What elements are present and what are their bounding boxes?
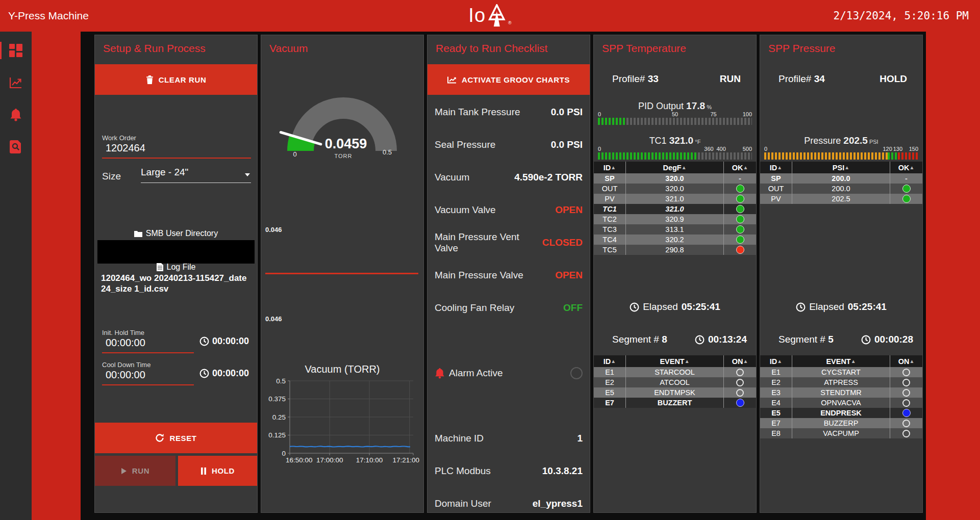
panel-setup-run: Setup & Run Process CLEAR RUN Work Order…: [94, 35, 258, 513]
trend-icon: [9, 76, 22, 89]
row-status: [723, 184, 756, 194]
cool-down-field[interactable]: Cool Down Time 00:00:00: [102, 361, 194, 385]
sort-asc-icon[interactable]: ▲: [851, 358, 856, 364]
header-cell: EVENT▲: [792, 355, 890, 367]
cool-down-label: Cool Down Time: [102, 361, 194, 369]
led-zone: [764, 152, 888, 160]
cool-down-timer: 00:00:00: [199, 368, 249, 379]
sort-asc-icon[interactable]: ▲: [743, 165, 748, 170]
sidebar: [0, 32, 32, 520]
row-status: [890, 367, 922, 377]
row-status: [723, 235, 756, 245]
sort-asc-icon[interactable]: ▲: [909, 358, 914, 364]
panel-title: Vacuum: [269, 42, 308, 55]
sidebar-item-dashboard[interactable]: [8, 43, 23, 58]
activate-groov-charts-button[interactable]: ACTIVATE GROOV CHARTS: [428, 64, 590, 95]
sidebar-item-trends[interactable]: [8, 75, 23, 90]
checklist-label: Main Tank Pressure: [435, 107, 520, 118]
header-cell: PSI▲: [792, 162, 890, 173]
log-file-name: 1202464_wo 20240213-115427_date 24_size …: [101, 273, 250, 294]
row-status: [723, 224, 756, 235]
row-id: E2: [594, 377, 625, 387]
header-label: PSI: [833, 164, 844, 172]
work-order-field[interactable]: Work Order 1202464: [102, 134, 251, 159]
table-header: ID▲PSI▲OK▲: [760, 162, 922, 173]
sort-asc-icon[interactable]: ▲: [743, 358, 748, 364]
checklist-row: Vacuum ValveOPEN: [435, 203, 583, 217]
clock-icon: [861, 335, 871, 345]
bar-label: TC1: [649, 136, 669, 146]
header-label: OK: [898, 164, 910, 172]
led-bar: [598, 118, 752, 125]
sidebar-item-alarms[interactable]: [8, 107, 23, 122]
activate-groov-charts-label: ACTIVATE GROOV CHARTS: [462, 75, 570, 84]
svg-text:0.125: 0.125: [268, 431, 286, 439]
bar-unit: PSI: [868, 139, 878, 145]
temperature-event-table: ID▲EVENT▲ON▲E1STARCOOLE2ATCOOLE5ENDTMPSK…: [594, 355, 756, 408]
row-status: [890, 387, 922, 398]
row-status: [723, 214, 756, 224]
run-button[interactable]: RUN: [95, 456, 175, 486]
sort-asc-icon[interactable]: ▲: [844, 165, 849, 170]
init-hold-timer: 00:00:00: [199, 336, 249, 347]
row-status: [723, 398, 756, 408]
row-status: [890, 408, 922, 418]
sort-asc-icon[interactable]: ▲: [611, 165, 616, 170]
table-header: ID▲EVENT▲ON▲: [760, 355, 922, 367]
segment-timer: 00:13:24: [695, 334, 747, 345]
row-status: [723, 245, 756, 255]
profile-label: Profile#: [778, 73, 811, 84]
row-value: 320.2: [625, 235, 723, 245]
status-dot: [736, 246, 744, 254]
row-value: VACPUMP: [792, 428, 890, 438]
sort-asc-icon[interactable]: ▲: [685, 358, 690, 364]
clear-run-button[interactable]: CLEAR RUN: [95, 64, 257, 95]
pressure-table: ID▲PSI▲OK▲SP200.0-OUT200.0PV202.5: [760, 162, 922, 204]
size-dropdown[interactable]: Large - 24": [141, 167, 251, 183]
sort-asc-icon[interactable]: ▲: [682, 165, 687, 170]
sort-asc-icon[interactable]: ▲: [777, 165, 782, 170]
smb-file-list[interactable]: [97, 240, 255, 264]
clock-icon: [695, 335, 705, 345]
row-value: 320.0: [625, 173, 723, 184]
folder-icon: [134, 230, 142, 237]
row-status: -: [890, 173, 922, 184]
clock-icon: [199, 336, 209, 346]
init-hold-field[interactable]: Init. Hold Time 00:00:00: [102, 329, 194, 353]
sort-asc-icon[interactable]: ▲: [611, 358, 616, 364]
row-id: E5: [594, 387, 625, 398]
segment-time-value: 00:13:24: [708, 334, 747, 345]
hold-button[interactable]: HOLD: [178, 456, 257, 486]
bar-tick: 0: [598, 111, 601, 117]
status-dot: [902, 420, 910, 427]
size-label: Size: [102, 171, 121, 182]
led-zone: [888, 152, 898, 160]
sidebar-item-log-viewer[interactable]: [8, 139, 23, 154]
checklist-label: Machine ID: [435, 433, 484, 444]
cool-down-value: 00:00:00: [102, 369, 194, 381]
checklist-value: 1: [577, 433, 583, 444]
led-fill: [598, 152, 697, 160]
row-status: [890, 398, 922, 408]
checklist-label: Main Pressure Valve: [435, 270, 523, 281]
bar-tick: 150: [909, 146, 918, 152]
sort-asc-icon[interactable]: ▲: [909, 165, 914, 170]
svg-text:17:00:00: 17:00:00: [316, 456, 343, 464]
row-id: TC1: [594, 204, 625, 214]
header-label: EVENT: [826, 357, 850, 366]
row-status: [723, 204, 756, 214]
log-file-row: Log File: [95, 263, 257, 272]
sort-asc-icon[interactable]: ▲: [777, 358, 782, 364]
header-label: EVENT: [660, 357, 684, 366]
status-dot: [736, 225, 744, 233]
row-id: E2: [760, 377, 792, 387]
bar-value: 321.0: [669, 135, 694, 146]
header-cell: ID▲: [760, 355, 792, 367]
checklist-value: 0.0 PSI: [551, 107, 583, 118]
reset-button[interactable]: RESET: [95, 423, 257, 453]
svg-text:0.375: 0.375: [268, 395, 286, 403]
trash-icon: [146, 75, 154, 84]
header-cell: DegF▲: [625, 162, 723, 173]
checklist-row: Main Pressure Vent ValveCLOSED: [435, 236, 583, 249]
segment-timer: 00:00:28: [861, 334, 913, 345]
